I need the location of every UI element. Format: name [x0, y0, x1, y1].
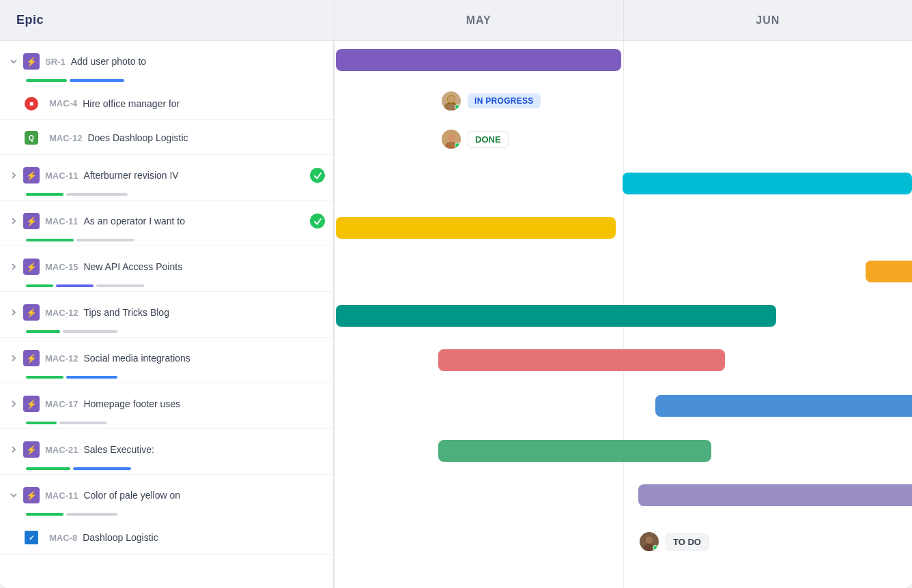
epic-row-main-mac12c[interactable]: ⚡ MAC-12 Social media integrations — [0, 338, 333, 374]
pb-green — [26, 376, 63, 379]
pb-blue — [66, 376, 117, 379]
epic-row-main-mac21[interactable]: ⚡ MAC-21 Sales Executive: — [0, 429, 333, 466]
epic-id-sr1: SR-1 — [45, 57, 66, 67]
gantt-header: Epic MAY JUN — [0, 0, 912, 41]
epic-row-mac15: ⚡ MAC-15 New API Access Points — [0, 246, 333, 292]
epic-id-mac12c: MAC-12 — [45, 353, 78, 364]
epic-row-sub-mac4[interactable]: ■ MAC-4 Hire office manager for — [0, 86, 333, 120]
progress-bars-mac12c — [0, 374, 333, 383]
progress-bars-mac11c — [0, 512, 333, 520]
epic-name-mac21: Sales Executive: — [83, 444, 154, 455]
epic-row-main-mac12b[interactable]: ⚡ MAC-12 Tips and Tricks Blog — [0, 292, 333, 329]
epic-row-mac11c: ⚡ MAC-11 Color of pale yellow on ✓ MAC-8… — [0, 475, 333, 555]
epic-name-mac12c: Social media integrations — [83, 353, 190, 364]
epic-id-mac11a: MAC-11 — [45, 171, 78, 181]
epic-row-mac12c: ⚡ MAC-12 Social media integrations — [0, 338, 333, 383]
epic-icon-mac12b: ⚡ — [23, 304, 40, 321]
epic-icon-mac15: ⚡ — [23, 259, 40, 275]
chevron-right-icon[interactable] — [8, 170, 19, 181]
epic-icon-mac8: ✓ — [25, 531, 38, 544]
progress-bars-mac21 — [0, 466, 333, 474]
gantt-container: Epic MAY JUN ⚡ SR-1 Add user pho — [0, 0, 912, 588]
epic-row-main-mac17[interactable]: ⚡ MAC-17 Homepage footer uses — [0, 383, 333, 420]
epic-column-header: Epic — [0, 0, 334, 40]
pb-gray — [63, 330, 117, 333]
epic-name-mac11c: Color of pale yellow on — [83, 490, 180, 501]
epic-id-mac17: MAC-17 — [45, 399, 78, 409]
epic-row-main-mac11b[interactable]: ⚡ MAC-11 As an operator I want to — [0, 201, 333, 237]
month-may: MAY — [334, 0, 624, 40]
pb-gray — [96, 284, 144, 287]
pb-green — [26, 284, 53, 287]
pb-gray — [59, 422, 107, 424]
epic-row-main-sr1[interactable]: ⚡ SR-1 Add user photo to — [0, 41, 333, 78]
pb-green — [26, 193, 63, 196]
check-badge-mac11a — [310, 168, 325, 183]
epic-id-mac15: MAC-15 — [45, 262, 78, 272]
chevron-down-icon-2[interactable] — [8, 490, 19, 501]
epic-id-mac11b: MAC-11 — [45, 216, 78, 226]
pb-green — [26, 330, 60, 333]
epic-row-mac11b: ⚡ MAC-11 As an operator I want to — [0, 201, 333, 246]
pb-green — [26, 239, 74, 241]
timeline-grid — [334, 41, 912, 588]
epic-icon-mac4: ■ — [25, 97, 38, 111]
epic-name-sr1: Add user photo to — [71, 56, 147, 67]
epic-name-mac15: New API Access Points — [83, 261, 182, 272]
chevron-right-icon-4[interactable] — [8, 307, 19, 318]
epic-name-mac8: Dashloop Logistic — [83, 532, 158, 543]
epic-name-mac12b: Tips and Tricks Blog — [83, 307, 169, 318]
chevron-right-icon-7[interactable] — [8, 444, 19, 455]
pb-green — [26, 513, 63, 516]
pb-green — [26, 422, 57, 424]
chevron-right-icon-5[interactable] — [8, 353, 19, 364]
epic-row-sub-mac8[interactable]: ✓ MAC-8 Dashloop Logistic — [0, 520, 333, 554]
epic-name-mac17: Homepage footer uses — [83, 398, 180, 409]
pb-gray — [66, 193, 128, 196]
progress-bars-sr1 — [0, 78, 333, 86]
epic-row-mac12b: ⚡ MAC-12 Tips and Tricks Blog — [0, 292, 333, 338]
timeline-area: IN PROGRESS DONE — [334, 41, 912, 588]
pb-green — [26, 467, 70, 470]
check-badge-mac11b — [310, 214, 325, 229]
pb-indigo — [56, 284, 94, 287]
epic-id-mac8: MAC-8 — [49, 533, 77, 543]
epic-icon-mac11b: ⚡ — [23, 213, 40, 229]
epic-icon-mac11a: ⚡ — [23, 167, 40, 183]
timeline-may — [334, 41, 624, 588]
epic-header-label: Epic — [16, 13, 44, 27]
chevron-right-icon-6[interactable] — [8, 398, 19, 409]
chevron-right-icon-2[interactable] — [8, 216, 19, 226]
epic-icon-mac12c: ⚡ — [23, 350, 40, 366]
pb-gray — [66, 513, 117, 516]
chevron-down-icon[interactable] — [8, 56, 19, 67]
epic-row-sr1: ⚡ SR-1 Add user photo to ■ MAC-4 Hire of… — [0, 41, 333, 155]
epic-id-mac12a: MAC-12 — [49, 133, 82, 143]
chevron-right-icon-3[interactable] — [8, 261, 19, 272]
epic-row-mac11a: ⚡ MAC-11 Afterburner revision IV — [0, 155, 333, 201]
epic-row-main-mac11a[interactable]: ⚡ MAC-11 Afterburner revision IV — [0, 155, 333, 192]
month-jun: JUN — [624, 0, 913, 40]
epic-list: ⚡ SR-1 Add user photo to ■ MAC-4 Hire of… — [0, 41, 334, 588]
epic-row-mac17: ⚡ MAC-17 Homepage footer uses — [0, 383, 333, 429]
epic-icon-sr1: ⚡ — [23, 53, 40, 70]
progress-bars-mac12b — [0, 329, 333, 337]
epic-icon-mac11c: ⚡ — [23, 487, 40, 503]
gantt-body: ⚡ SR-1 Add user photo to ■ MAC-4 Hire of… — [0, 41, 912, 588]
epic-id-mac4: MAC-4 — [49, 98, 77, 108]
epic-row-mac21: ⚡ MAC-21 Sales Executive: — [0, 429, 333, 475]
epic-name-mac12a: Does Dashloop Logistic — [87, 132, 188, 143]
epic-name-mac11a: Afterburner revision IV — [83, 170, 178, 181]
epic-name-mac4: Hire office manager for — [83, 98, 180, 109]
epic-name-mac11b: As an operator I want to — [83, 216, 185, 226]
timeline-jun — [624, 41, 913, 588]
pb-gray — [76, 239, 134, 241]
epic-row-main-mac11c[interactable]: ⚡ MAC-11 Color of pale yellow on — [0, 475, 333, 512]
progress-bars-mac11a — [0, 192, 333, 200]
epic-row-sub-mac12a[interactable]: Q MAC-12 Does Dashloop Logistic — [0, 120, 333, 154]
epic-id-mac12b: MAC-12 — [45, 308, 78, 318]
epic-id-mac21: MAC-21 — [45, 445, 78, 455]
progress-bar-blue — [70, 79, 124, 82]
progress-bars-mac15 — [0, 283, 333, 291]
epic-row-main-mac15[interactable]: ⚡ MAC-15 New API Access Points — [0, 246, 333, 283]
